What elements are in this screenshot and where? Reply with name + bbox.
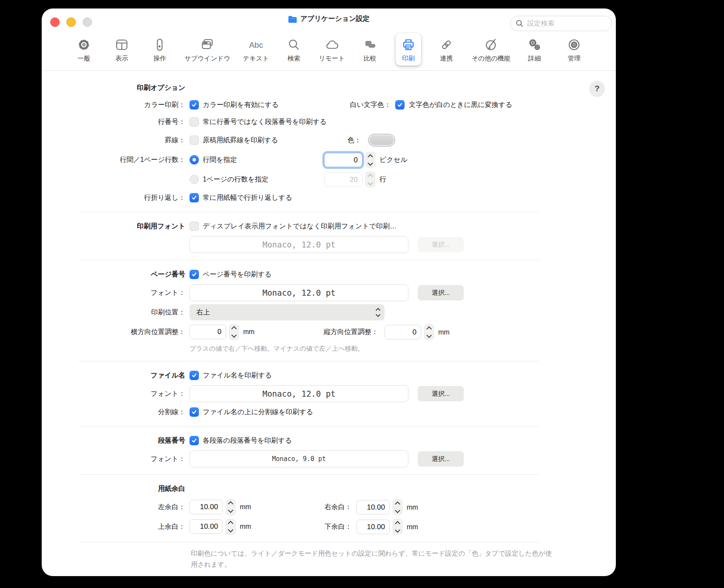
field-label: 行折り返し： bbox=[42, 193, 185, 202]
row-line-spacing: 行間／1ページ行数： 行間を指定 ピクセル bbox=[42, 150, 616, 170]
tab-general[interactable]: 一般 bbox=[71, 33, 97, 66]
row-line-wrap: 行折り返し： 常に用紙幅で行折り返しする bbox=[42, 189, 616, 206]
tab-label: 印刷 bbox=[402, 55, 415, 63]
tab-compare[interactable]: 比較 bbox=[357, 33, 383, 66]
abc-text-icon: Abc bbox=[247, 37, 264, 52]
tab-print[interactable]: 印刷 bbox=[396, 33, 421, 66]
margin-bottom-input[interactable] bbox=[356, 519, 390, 534]
printer-icon bbox=[401, 37, 416, 52]
paragraph-number-checkbox[interactable] bbox=[190, 436, 199, 445]
field-label: 横方向位置調整： bbox=[42, 328, 185, 337]
white-text-checkbox[interactable] bbox=[395, 100, 405, 110]
svg-text:Abc: Abc bbox=[249, 40, 263, 49]
field-label: 下余白： bbox=[280, 522, 352, 531]
section-title: 用紙余白 bbox=[42, 484, 185, 493]
color-print-checkbox[interactable] bbox=[190, 100, 199, 110]
print-color-note: 印刷色については、ライト／ダークモード用色セットの設定に関わらず、常にモード設定… bbox=[191, 548, 553, 570]
margin-top-input[interactable] bbox=[190, 519, 223, 534]
line-spacing-stepper[interactable] bbox=[365, 152, 375, 168]
line-spacing-radio[interactable] bbox=[190, 155, 199, 164]
h-adjust-input[interactable] bbox=[190, 325, 226, 339]
print-font-checkbox[interactable] bbox=[190, 222, 199, 231]
tab-linkage[interactable]: 連携 bbox=[434, 33, 459, 66]
field-label: 白い文字色： bbox=[306, 101, 391, 110]
field-label: 行間／1ページ行数： bbox=[42, 156, 185, 164]
radio-label: 行間を指定 bbox=[203, 156, 237, 164]
section-divider bbox=[79, 212, 539, 212]
section-title: 段落番号 bbox=[42, 436, 185, 445]
tab-text[interactable]: Abc テキスト bbox=[238, 33, 274, 66]
v-adjust-stepper[interactable] bbox=[424, 324, 434, 340]
file-name-font-value: Monaco, 12.0 pt bbox=[190, 385, 408, 402]
print-position-dropdown[interactable]: 右上 bbox=[190, 304, 385, 320]
row-divider-line: 分割線： ファイル名の上に分割線を印刷する bbox=[42, 404, 616, 421]
margin-top-stepper[interactable] bbox=[226, 519, 236, 535]
checkbox-label: ディスプレイ表示用フォントではなく印刷用フォントで印刷… bbox=[203, 222, 396, 231]
margin-right-input[interactable] bbox=[356, 500, 390, 514]
line-wrap-checkbox[interactable] bbox=[190, 193, 199, 202]
tab-label: テキスト bbox=[243, 55, 269, 63]
v-adjust-input[interactable] bbox=[385, 325, 421, 339]
tab-management[interactable]: 管理 bbox=[561, 33, 587, 66]
window-header: アプリケーション設定 一般 表示 bbox=[42, 9, 616, 71]
search-input[interactable] bbox=[526, 19, 616, 28]
field-label: 左余白： bbox=[42, 503, 185, 512]
tab-display[interactable]: 表示 bbox=[109, 33, 135, 66]
paragraph-number-font-value: Monaco, 9.0 pt bbox=[190, 450, 408, 467]
tab-search[interactable]: 検索 bbox=[281, 33, 307, 66]
margin-left-input[interactable] bbox=[190, 500, 223, 514]
file-name-font-select-button[interactable]: 選択... bbox=[418, 386, 464, 401]
lines-per-page-radio[interactable] bbox=[190, 175, 199, 184]
row-color-print: カラー印刷： カラー印刷を有効にする 白い文字色： 文字色が白のときに黒に変換す… bbox=[42, 96, 616, 113]
unit-label: mm bbox=[407, 503, 418, 511]
row-file-name: ファイル名 ファイル名を印刷する bbox=[42, 367, 616, 384]
tab-operation[interactable]: 操作 bbox=[147, 33, 172, 66]
lines-per-page-input[interactable] bbox=[324, 172, 362, 187]
divider-line-checkbox[interactable] bbox=[190, 407, 199, 417]
two-gears-icon bbox=[527, 37, 542, 52]
row-page-number-font: フォント： Monaco, 12.0 pt 選択... bbox=[42, 283, 616, 303]
folder-icon bbox=[288, 15, 297, 23]
tab-label: その他の機能 bbox=[471, 55, 510, 63]
tab-other-functions[interactable]: その他の機能 bbox=[466, 33, 515, 66]
section-divider bbox=[79, 260, 539, 260]
tab-remote[interactable]: リモート bbox=[313, 33, 350, 66]
section-divider bbox=[79, 542, 539, 542]
field-label: 行番号： bbox=[42, 118, 185, 127]
print-font-value: Monaco, 12.0 pt bbox=[190, 236, 408, 253]
field-label: フォント： bbox=[42, 455, 185, 464]
settings-search-field[interactable] bbox=[510, 16, 612, 31]
lines-per-page-stepper[interactable] bbox=[365, 172, 375, 187]
h-adjust-stepper[interactable] bbox=[229, 324, 239, 340]
zoom-button[interactable] bbox=[83, 17, 92, 27]
section-title: 印刷オプション bbox=[42, 84, 185, 92]
page-number-font-select-button[interactable]: 選択... bbox=[418, 285, 464, 300]
row-adjust-hint: プラスの値で右／下へ移動。マイナスの値で左／上へ移動。 bbox=[42, 342, 616, 355]
magnifier-icon bbox=[286, 37, 302, 52]
page-number-checkbox[interactable] bbox=[190, 270, 199, 279]
field-label: フォント： bbox=[42, 288, 185, 297]
window-title: アプリケーション設定 bbox=[300, 14, 370, 23]
close-button[interactable] bbox=[50, 17, 60, 27]
ruled-line-checkbox[interactable] bbox=[190, 135, 199, 145]
checkbox-label: ファイル名の上に分割線を印刷する bbox=[203, 408, 313, 417]
paragraph-number-font-select-button[interactable]: 選択... bbox=[418, 451, 464, 467]
link-icon bbox=[439, 37, 454, 52]
ruled-line-color-well[interactable] bbox=[368, 134, 395, 147]
minimize-button[interactable] bbox=[66, 17, 76, 27]
traffic-lights bbox=[50, 17, 92, 27]
windows-icon bbox=[200, 37, 215, 52]
tab-details[interactable]: 詳細 bbox=[522, 33, 547, 66]
margin-bottom-stepper[interactable] bbox=[393, 519, 402, 535]
field-label: 上余白： bbox=[42, 522, 185, 531]
field-label: 分割線： bbox=[42, 408, 185, 417]
line-spacing-input[interactable] bbox=[324, 153, 362, 167]
line-number-checkbox[interactable] bbox=[190, 117, 199, 127]
section-title: ファイル名 bbox=[42, 371, 185, 380]
checkbox-label: ファイル名を印刷する bbox=[203, 371, 272, 380]
print-font-select-button[interactable]: 選択... bbox=[418, 237, 464, 252]
margin-left-stepper[interactable] bbox=[226, 499, 236, 515]
file-name-checkbox[interactable] bbox=[190, 371, 199, 380]
tab-subwindow[interactable]: サブウインドウ bbox=[179, 33, 235, 66]
margin-right-stepper[interactable] bbox=[393, 499, 402, 515]
